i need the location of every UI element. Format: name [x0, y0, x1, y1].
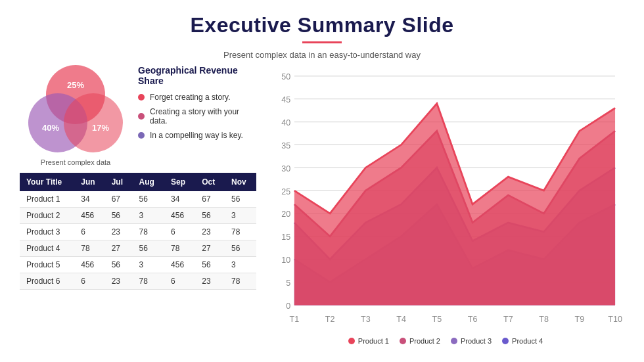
- svg-text:40%: 40%: [42, 123, 59, 133]
- legend-dot: [348, 338, 355, 344]
- geo-dot: [138, 113, 145, 120]
- table-cell: 3: [133, 257, 165, 273]
- svg-text:T9: T9: [574, 315, 584, 324]
- table-cell: 78: [164, 240, 195, 257]
- top-left-section: 25% 40% 17% Present complex data Geograp…: [20, 65, 256, 166]
- svg-text:20: 20: [281, 210, 290, 219]
- geo-title: Geographical Revenue Share: [138, 65, 256, 86]
- svg-text:50: 50: [281, 72, 290, 81]
- svg-text:T2: T2: [325, 315, 335, 324]
- table-cell: 6: [74, 273, 104, 290]
- svg-text:25: 25: [281, 187, 290, 196]
- geo-text: Creating a story with your data.: [150, 107, 256, 125]
- header: Executive Summary Slide Present complex …: [20, 13, 624, 60]
- svg-marker-41: [294, 104, 615, 305]
- legend-label: Product 3: [461, 337, 492, 345]
- table-cell: 3: [225, 208, 256, 224]
- chart-area: 05101520253035404550 T1T2T3T4T5T6T7T8T9T…: [267, 65, 624, 334]
- table-cell: Product 5: [20, 257, 74, 273]
- venn-svg-wrap: 25% 40% 17%: [20, 65, 131, 157]
- table-header-cell: Nov: [225, 173, 256, 191]
- right-panel: 05101520253035404550 T1T2T3T4T5T6T7T8T9T…: [267, 65, 624, 345]
- table-header-row: Your TitleJunJulAugSepOctNov: [20, 173, 256, 191]
- table-cell: 3: [225, 257, 256, 273]
- table-cell: 34: [164, 191, 195, 208]
- legend-item: Product 3: [451, 337, 492, 345]
- table-cell: 23: [105, 273, 133, 290]
- geo-dot: [138, 132, 145, 139]
- svg-text:T8: T8: [539, 315, 549, 324]
- table-header-cell: Oct: [195, 173, 225, 191]
- table-cell: 23: [195, 273, 225, 290]
- table-cell: 78: [133, 224, 165, 240]
- table-cell: 56: [195, 208, 225, 224]
- svg-text:T1: T1: [290, 315, 300, 324]
- table-cell: 6: [164, 224, 195, 240]
- chart-legend: Product 1Product 2Product 3Product 4: [267, 337, 624, 345]
- svg-text:17%: 17%: [92, 123, 109, 133]
- table-cell: 456: [164, 208, 195, 224]
- product-table: Your TitleJunJulAugSepOctNov Product 134…: [20, 173, 256, 290]
- table-cell: 56: [225, 191, 256, 208]
- venn-label: Present complex data: [20, 158, 131, 166]
- table-cell: 78: [74, 240, 104, 257]
- legend-label: Product 4: [512, 337, 543, 345]
- table-cell: 56: [133, 240, 165, 257]
- table-cell: 6: [74, 224, 104, 240]
- legend-dot: [451, 338, 457, 344]
- table-cell: 56: [225, 240, 256, 257]
- svg-text:T6: T6: [468, 315, 478, 324]
- legend-item: Product 4: [502, 337, 543, 345]
- svg-text:15: 15: [281, 233, 290, 242]
- venn-diagram: 25% 40% 17% Present complex data: [20, 65, 131, 166]
- table-cell: 56: [133, 191, 165, 208]
- header-subtitle: Present complex data in an easy-to-under…: [20, 50, 624, 60]
- table-cell: Product 1: [20, 191, 74, 208]
- table-header-cell: Your Title: [20, 173, 74, 191]
- svg-text:T3: T3: [361, 315, 371, 324]
- svg-text:35: 35: [281, 141, 290, 150]
- table-cell: 23: [105, 224, 133, 240]
- table-cell: 456: [74, 257, 104, 273]
- table-row: Product 4782756782756: [20, 240, 256, 257]
- table-cell: 67: [195, 191, 225, 208]
- svg-text:T10: T10: [608, 315, 622, 324]
- legend-label: Product 1: [358, 337, 389, 345]
- table-cell: 456: [164, 257, 195, 273]
- table-header-cell: Sep: [164, 173, 195, 191]
- table-cell: Product 3: [20, 224, 74, 240]
- svg-text:T7: T7: [503, 315, 513, 324]
- page: Executive Summary Slide Present complex …: [0, 0, 644, 362]
- svg-text:25%: 25%: [67, 80, 84, 90]
- svg-text:30: 30: [281, 164, 290, 173]
- geo-text: Forget creating a story.: [150, 93, 231, 102]
- geo-dot: [138, 94, 145, 101]
- table-row: Product 1346756346756: [20, 191, 256, 208]
- table-row: Product 66237862378: [20, 273, 256, 290]
- area-chart-svg: 05101520253035404550 T1T2T3T4T5T6T7T8T9T…: [267, 65, 624, 334]
- svg-text:40: 40: [281, 118, 290, 127]
- table-header-cell: Aug: [133, 173, 165, 191]
- table-cell: 34: [74, 191, 104, 208]
- svg-text:5: 5: [286, 279, 290, 288]
- page-title: Executive Summary Slide: [20, 13, 624, 37]
- legend-dot: [502, 338, 509, 344]
- svg-text:T5: T5: [432, 315, 442, 324]
- legend-label: Product 2: [409, 337, 440, 345]
- table-row: Product 5456563456563: [20, 257, 256, 273]
- table-cell: 456: [74, 208, 104, 224]
- svg-text:0: 0: [286, 302, 290, 311]
- table-cell: 78: [225, 224, 256, 240]
- table-body: Product 1346756346756Product 24565634565…: [20, 191, 256, 290]
- table-cell: 27: [105, 240, 133, 257]
- table-cell: 78: [225, 273, 256, 290]
- table-cell: Product 6: [20, 273, 74, 290]
- legend-item: Product 1: [348, 337, 389, 345]
- main-content: 25% 40% 17% Present complex data Geograp…: [20, 65, 624, 345]
- table-cell: 67: [105, 191, 133, 208]
- geo-item: Creating a story with your data.: [138, 107, 256, 125]
- table-cell: 78: [133, 273, 165, 290]
- left-panel: 25% 40% 17% Present complex data Geograp…: [20, 65, 256, 345]
- geo-item: In a compelling way is key.: [138, 131, 256, 140]
- table-cell: Product 4: [20, 240, 74, 257]
